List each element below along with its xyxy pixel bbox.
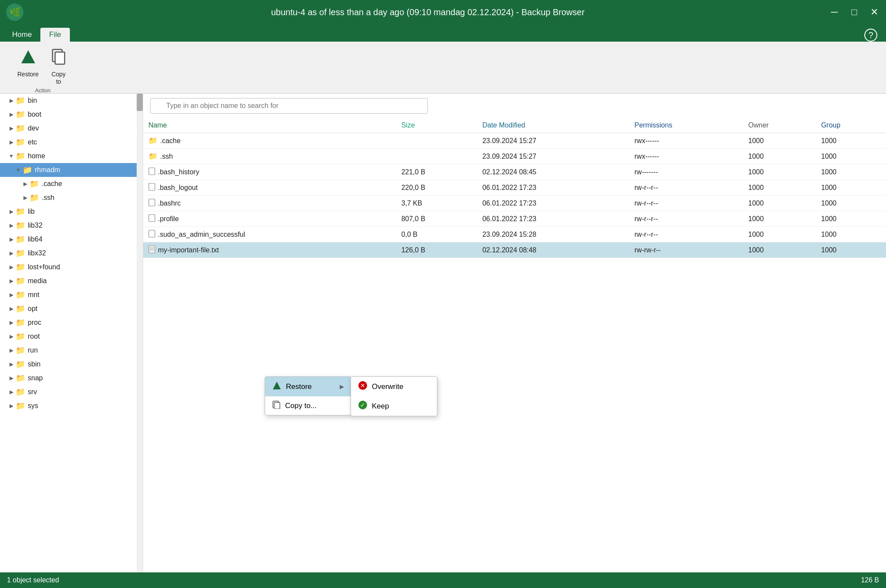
col-header-date: Date Modified: [477, 118, 630, 133]
tree-label: sbin: [28, 360, 40, 368]
tree-item[interactable]: ▶📁mnt: [0, 288, 143, 302]
status-bar: 1 object selected 126 B: [0, 572, 886, 588]
file-owner-cell: 1000: [743, 164, 816, 180]
tree-item[interactable]: ▶📁srv: [0, 385, 143, 399]
col-header-size: Size: [396, 118, 477, 133]
folder-icon: 📁: [16, 304, 25, 314]
tree-item[interactable]: ▶📁.cache: [0, 177, 143, 191]
tree-item[interactable]: ▶📁opt: [0, 302, 143, 316]
expand-icon: ▶: [7, 222, 16, 229]
sidebar-scrollbar[interactable]: [137, 94, 143, 572]
scrollbar-thumb[interactable]: [137, 94, 143, 111]
tree-item[interactable]: ▶📁.ssh: [0, 191, 143, 205]
ribbon: Restore Copyto Action: [0, 42, 886, 94]
file-name-cell: .bashrc: [143, 196, 396, 211]
tree-item[interactable]: ▶📁snap: [0, 371, 143, 385]
tree-item[interactable]: ▶📁lib: [0, 205, 143, 219]
restore-button[interactable]: Restore: [14, 47, 42, 80]
tree-item[interactable]: ▶📁lib64: [0, 232, 143, 246]
app-logo: 🌿: [5, 3, 24, 22]
tab-home[interactable]: Home: [3, 28, 40, 42]
tree-item[interactable]: ▶📁media: [0, 274, 143, 288]
ctx-restore-label: Restore: [286, 382, 312, 391]
file-group-cell: 1000: [816, 242, 886, 258]
ctx-keep[interactable]: ✓ Keep: [351, 396, 437, 416]
file-group-cell: 1000: [816, 133, 886, 149]
tree-item[interactable]: ▶📁dev: [0, 121, 143, 135]
tree-item[interactable]: ▶📁run: [0, 343, 143, 357]
folder-icon: 📁: [23, 165, 32, 175]
help-button[interactable]: ?: [864, 29, 877, 42]
table-row[interactable]: .bash_history221,0 B02.12.2024 08:45rw--…: [143, 164, 886, 180]
context-menu[interactable]: Restore ▶ Copy to...: [265, 376, 351, 415]
table-row[interactable]: .profile807,0 B06.01.2022 17:23rw-r--r--…: [143, 211, 886, 227]
tree-item[interactable]: ▶📁boot: [0, 108, 143, 121]
file-perms-cell: rw-r--r--: [629, 180, 743, 196]
ctx-restore[interactable]: Restore ▶: [265, 377, 351, 396]
table-row[interactable]: .bash_logout220,0 B06.01.2022 17:23rw-r-…: [143, 180, 886, 196]
file-size-cell: [396, 133, 477, 149]
file-size-cell: [396, 149, 477, 164]
tree-label: .cache: [42, 180, 62, 188]
tree-item[interactable]: ▶📁sbin: [0, 357, 143, 371]
expand-icon: ▼: [7, 153, 16, 159]
table-row[interactable]: 📁.ssh23.09.2024 15:27rwx------10001000: [143, 149, 886, 164]
file-date-cell: 23.09.2024 15:28: [477, 227, 630, 242]
file-doc-icon: [148, 214, 155, 223]
folder-icon: 📁: [16, 359, 25, 369]
copy-to-icon: [50, 49, 67, 70]
folder-icon: 📁: [16, 151, 25, 161]
tree-item[interactable]: ▶📁libx32: [0, 246, 143, 260]
expand-icon: ▶: [7, 347, 16, 353]
search-input[interactable]: [150, 98, 428, 114]
tree-item[interactable]: ▼📁rhmadm: [0, 163, 143, 177]
copy-to-button[interactable]: Copyto: [46, 47, 72, 87]
expand-icon: ▶: [7, 403, 16, 409]
table-row[interactable]: .bashrc3,7 KB06.01.2022 17:23rw-r--r--10…: [143, 196, 886, 211]
maximize-button[interactable]: □: [848, 7, 861, 18]
ctx-copy-to[interactable]: Copy to...: [265, 396, 351, 415]
tree-label: home: [28, 152, 45, 160]
tree-item[interactable]: ▶📁root: [0, 330, 143, 343]
status-right: 126 B: [861, 576, 879, 584]
group-action-label: Action: [35, 87, 50, 94]
file-list-body: 📁.cache23.09.2024 15:27rwx------10001000…: [143, 133, 886, 258]
tab-file[interactable]: File: [40, 28, 69, 42]
file-perms-cell: rwx------: [629, 149, 743, 164]
table-row[interactable]: .sudo_as_admin_successful0,0 B23.09.2024…: [143, 227, 886, 242]
expand-icon: ▶: [7, 139, 16, 145]
tree-item[interactable]: ▶📁bin: [0, 94, 143, 108]
file-owner-cell: 1000: [743, 196, 816, 211]
ctx-overwrite[interactable]: ✕ Overwrite: [351, 377, 437, 396]
expand-icon: ▶: [7, 320, 16, 326]
table-row[interactable]: my-important-file.txt126,0 B02.12.2024 0…: [143, 242, 886, 258]
minimize-button[interactable]: ─: [828, 7, 841, 18]
ctx-keep-icon: ✓: [358, 400, 368, 412]
file-owner-cell: 1000: [743, 211, 816, 227]
col-header-owner: Owner: [743, 118, 816, 133]
sub-context-menu[interactable]: ✕ Overwrite ✓ Keep: [351, 376, 437, 416]
svg-rect-9: [149, 230, 155, 237]
tree-item[interactable]: ▼📁home: [0, 149, 143, 163]
folder-icon: 📁: [16, 401, 25, 411]
file-size-cell: 0,0 B: [396, 227, 477, 242]
tree-item[interactable]: ▶📁lib32: [0, 219, 143, 232]
folder-icon: 📁: [16, 373, 25, 383]
tree-item[interactable]: ▶📁proc: [0, 316, 143, 330]
expand-icon: ▶: [7, 389, 16, 395]
expand-icon: ▶: [7, 278, 16, 284]
table-row[interactable]: 📁.cache23.09.2024 15:27rwx------10001000: [143, 133, 886, 149]
folder-icon: 📁: [16, 110, 25, 119]
svg-rect-8: [149, 215, 155, 222]
tree-item[interactable]: ▶📁lost+found: [0, 260, 143, 274]
ribbon-group-action: Restore Copyto Action: [7, 44, 79, 91]
file-owner-cell: 1000: [743, 242, 816, 258]
tree-item[interactable]: ▶📁etc: [0, 135, 143, 149]
ribbon-tabs: Home File ?: [0, 24, 886, 42]
ribbon-group-items: Restore Copyto: [14, 44, 72, 87]
file-lines-icon: [148, 245, 155, 255]
file-group-cell: 1000: [816, 149, 886, 164]
close-button[interactable]: ✕: [868, 7, 881, 18]
file-folder-icon: 📁: [148, 152, 158, 161]
tree-item[interactable]: ▶📁sys: [0, 399, 143, 413]
